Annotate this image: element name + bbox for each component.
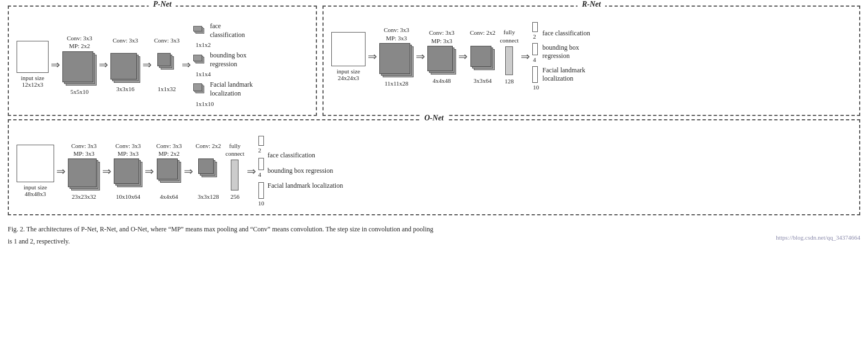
rnet-arrow2: ⇒ — [416, 50, 425, 63]
onet-out-fc-label: face classification — [268, 151, 343, 160]
arrow4: ⇒ — [182, 58, 191, 71]
rnet-box: R-Net input size24x24x3 ⇒ Conv: 3x3MP: 3… — [322, 6, 860, 116]
onet-bar-fc — [258, 136, 264, 146]
onet-layer1: Conv: 3x3MP: 3x3 23x23x32 — [68, 142, 100, 200]
pnet-out-bb: bounding boxregression — [193, 51, 246, 68]
pnet-layer1-label: Conv: 3x3MP: 2x2 — [67, 34, 92, 50]
rnet-arrow4: ⇒ — [521, 50, 530, 63]
onet-l3-size: 4x4x64 — [160, 193, 178, 200]
caption-text1: Fig. 2. The architectures of P-Net, R-Ne… — [8, 224, 860, 234]
onet-outputs: 2 4 10 face classification bounding box … — [258, 136, 343, 207]
onet-arrow3: ⇒ — [145, 165, 154, 178]
rnet-arrow3: ⇒ — [458, 50, 468, 63]
onet-l4-size: 3x3x128 — [198, 193, 219, 200]
rnet-out-fc-label: face classification — [542, 29, 590, 38]
rnet-input-label: input size24x24x3 — [337, 68, 360, 81]
onet-input-block — [17, 145, 54, 182]
onet-bar-bb — [258, 158, 264, 170]
rnet-num-bb: 4 — [533, 56, 536, 63]
onet-num-fc: 2 — [258, 147, 262, 154]
rnet-bars: 2 4 10 — [532, 22, 539, 91]
onet-bars: 2 4 10 — [258, 136, 264, 207]
pnet-box: P-Net input size12x12x3 ⇒ Conv: 3x3MP: 2… — [8, 6, 317, 116]
onet-layer3: Conv: 3x3MP: 2x2 4x4x64 — [156, 142, 182, 200]
pnet-fl-size: 1x1x10 — [195, 100, 214, 107]
pnet-layer3-size: 1x1x32 — [158, 86, 176, 92]
caption-row2: is 1 and 2, respectively. https://blog.c… — [8, 234, 860, 246]
pnet-layer3-label: Conv: 3x3 — [154, 36, 179, 44]
onet-l3-label: Conv: 3x3MP: 2x2 — [156, 142, 182, 158]
onet-fc-size: 256 — [230, 193, 240, 200]
onet-bar-fl — [258, 182, 264, 199]
rnet-l1-label: Conv: 3x3MP: 3x3 — [384, 26, 409, 42]
onet-l2-size: 10x10x64 — [116, 193, 140, 200]
onet-layer2: Conv: 3x3MP: 3x3 10x10x64 — [114, 142, 142, 200]
arrow2: ⇒ — [99, 58, 108, 71]
onet-l4-label: Conv: 2x2 — [195, 142, 221, 150]
onet-arrow5: ⇒ — [247, 165, 256, 178]
pnet-layer2-label: Conv: 3x3 — [113, 36, 138, 44]
onet-num-fl: 10 — [258, 200, 264, 207]
rnet-l2-size: 4x4x48 — [433, 77, 451, 84]
pnet-input-label: input size12x12x3 — [21, 75, 44, 88]
rnet-out-fl-label: Facial landmarklocalization — [542, 66, 590, 83]
rnet-content: input size24x24x3 ⇒ Conv: 3x3MP: 3x3 11x… — [331, 22, 851, 91]
onet-out-bb-label: bounding box regression — [268, 167, 343, 176]
onet-out-fl-label: Facial landmark localization — [268, 182, 343, 190]
rnet-l3-size: 3x3x64 — [474, 77, 492, 84]
onet-num-bb: 4 — [258, 171, 262, 178]
pnet-input: input size12x12x3 — [17, 41, 49, 88]
pnet-content: input size12x12x3 ⇒ Conv: 3x3MP: 2x2 5x5… — [17, 22, 308, 107]
rnet-layer3: Conv: 2x2 3x3x64 — [470, 29, 495, 83]
rnet-fc-label: fullyconnect — [500, 28, 518, 44]
arrow1: ⇒ — [51, 58, 60, 71]
pnet-outputs: faceclassification 1x1x2 bounding boxreg… — [193, 22, 253, 107]
pnet-fc-size: 1x1x2 — [195, 41, 211, 48]
rnet-outputs: 2 4 10 face classification — [532, 22, 590, 91]
pnet-out-fc: faceclassification — [193, 22, 245, 39]
rnet-bar-bb — [532, 43, 538, 55]
onet-arrow4: ⇒ — [184, 165, 193, 178]
onet-content: input size48x48x3 ⇒ Conv: 3x3MP: 3x3 23x… — [17, 136, 851, 207]
onet-fc-group: fullyconnect 256 — [225, 142, 244, 200]
caption-url: https://blog.csdn.net/qq_34374664 — [776, 234, 860, 246]
rnet-out-bb-label: bounding boxregression — [542, 44, 590, 61]
rnet-input-block — [331, 32, 366, 66]
pnet-layer1-size: 5x5x10 — [71, 88, 89, 95]
top-row: P-Net input size12x12x3 ⇒ Conv: 3x3MP: 2… — [8, 6, 860, 116]
pnet-layer1: Conv: 3x3MP: 2x2 5x5x10 — [62, 34, 97, 95]
pnet-bb-size: 1x1x4 — [195, 71, 211, 77]
onet-title: O-Net — [420, 114, 448, 123]
rnet-fc-size: 128 — [505, 78, 514, 84]
rnet-num-fc: 2 — [533, 33, 536, 40]
rnet-fc-group: fullyconnect 128 — [500, 28, 518, 84]
rnet-out-labels: face classification bounding boxregressi… — [542, 29, 590, 83]
pnet-input-block — [17, 41, 49, 73]
onet-fc-label: fullyconnect — [225, 142, 244, 158]
pnet-fc-label: faceclassification — [210, 22, 245, 39]
onet-layer4: Conv: 2x2 3x3x128 — [195, 142, 221, 200]
rnet-bar-fc — [532, 22, 538, 32]
rnet-input: input size24x24x3 — [331, 32, 366, 81]
onet-input-label: input size48x48x3 — [24, 184, 47, 197]
onet-l2-label: Conv: 3x3MP: 3x3 — [115, 142, 141, 158]
onet-row: O-Net input size48x48x3 ⇒ Conv: 3x3MP: 3… — [8, 119, 860, 215]
rnet-l2-label: Conv: 3x3MP: 3x3 — [429, 29, 454, 45]
pnet-layer2-size: 3x3x16 — [117, 86, 135, 92]
rnet-bar-fl — [532, 66, 538, 83]
onet-out-labels: face classification bounding box regress… — [268, 151, 343, 190]
onet-arrow1: ⇒ — [56, 165, 66, 178]
rnet-arrow1: ⇒ — [368, 50, 377, 63]
onet-input: input size48x48x3 — [17, 145, 54, 197]
rnet-l1-size: 11x11x28 — [384, 80, 408, 87]
rnet-layer1: Conv: 3x3MP: 3x3 11x11x28 — [379, 26, 414, 87]
caption-area: Fig. 2. The architectures of P-Net, R-Ne… — [8, 222, 860, 246]
rnet-title: R-Net — [578, 0, 605, 9]
pnet-title: P-Net — [149, 0, 176, 9]
pnet-layer3: Conv: 3x3 1x1x32 — [154, 36, 179, 92]
arrow3: ⇒ — [142, 58, 152, 71]
pnet-fl-label: Facial landmarklocalization — [210, 81, 253, 98]
caption-text2: is 1 and 2, respectively. — [8, 236, 70, 246]
rnet-l3-label: Conv: 2x2 — [470, 29, 495, 36]
pnet-out-fl: Facial landmarklocalization — [193, 81, 253, 98]
